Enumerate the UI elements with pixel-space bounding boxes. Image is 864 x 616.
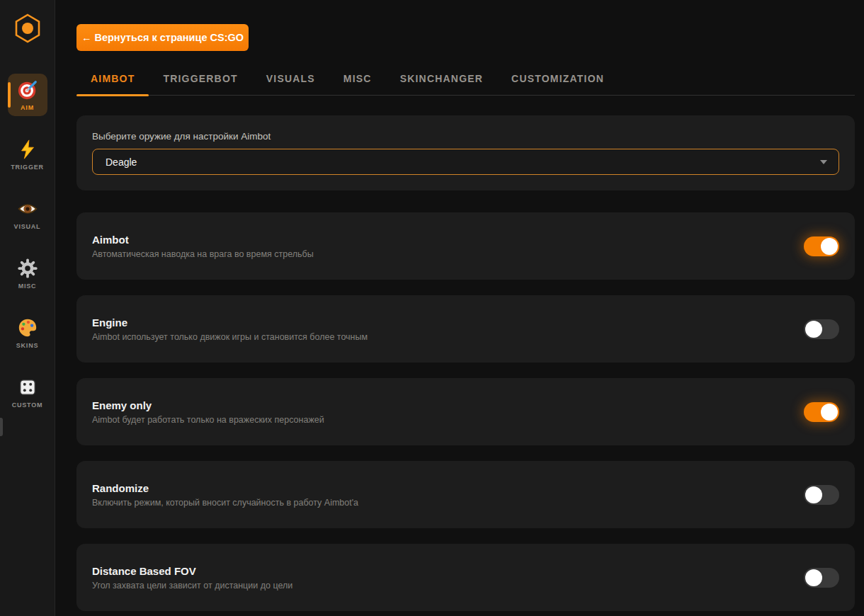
sidebar-item-label: TRIGGER xyxy=(11,164,44,171)
setting-card-aimbot: Aimbot Автоматическая наводка на врага в… xyxy=(76,212,855,280)
setting-card-engine: Engine Aimbot использует только движок и… xyxy=(76,295,855,363)
randomize-toggle[interactable] xyxy=(804,485,839,505)
toggle-knob xyxy=(805,486,822,503)
toggle-knob xyxy=(821,238,838,255)
dice-icon xyxy=(17,377,38,398)
palette-icon xyxy=(17,317,38,338)
tab-triggerbot[interactable]: TRIGGERBOT xyxy=(149,73,251,95)
setting-card-distance-based-fov: Distance Based FOV Угол захвата цели зав… xyxy=(76,544,855,611)
sidebar-item-label: CUSTOM xyxy=(12,401,43,409)
tab-customization[interactable]: CUSTOMIZATION xyxy=(497,73,618,95)
tab-skinchanger[interactable]: SKINCHANGER xyxy=(386,73,497,95)
sidebar-scrollbar-thumb[interactable] xyxy=(0,418,3,436)
weapon-select-value: Deagle xyxy=(106,156,137,168)
sidebar-item-label: SKINS xyxy=(16,342,39,349)
sidebar-item-custom[interactable]: CUSTOM xyxy=(8,371,47,413)
setting-description: Aimbot будет работать только на вражески… xyxy=(92,415,324,425)
sidebar-nav: AIM TRIGGER VISUAL xyxy=(8,74,47,413)
sidebar-item-aim[interactable]: AIM xyxy=(8,74,47,116)
weapon-select-label: Выберите оружие для настройки Aimbot xyxy=(92,131,839,142)
dartboard-icon xyxy=(17,79,38,101)
aimbot-toggle[interactable] xyxy=(804,236,839,256)
sidebar-item-label: VISUAL xyxy=(14,223,41,230)
sidebar-item-label: MISC xyxy=(18,283,37,290)
setting-text: Randomize Включить режим, который вносит… xyxy=(92,482,358,508)
toggle-knob xyxy=(805,321,822,338)
tab-visuals[interactable]: VISUALS xyxy=(252,73,329,95)
setting-description: Включить режим, который вносит случайнос… xyxy=(92,498,358,508)
distance-based-fov-toggle[interactable] xyxy=(804,568,839,588)
weapon-select-dropdown[interactable]: Deagle xyxy=(92,149,839,175)
hexagon-logo-icon xyxy=(13,13,42,44)
setting-description: Автоматическая наводка на врага во время… xyxy=(92,249,314,259)
sidebar-item-trigger[interactable]: TRIGGER xyxy=(8,133,47,176)
setting-title: Engine xyxy=(92,316,368,329)
enemy-only-toggle[interactable] xyxy=(804,402,839,422)
setting-title: Distance Based FOV xyxy=(92,565,292,577)
setting-card-randomize: Randomize Включить режим, который вносит… xyxy=(76,461,855,528)
setting-text: Engine Aimbot использует только движок и… xyxy=(92,316,368,342)
weapon-select-card: Выберите оружие для настройки Aimbot Dea… xyxy=(76,115,855,190)
main-content: ← Вернуться к странице CS:GO AIMBOT TRIG… xyxy=(56,0,864,616)
tab-misc[interactable]: MISC xyxy=(329,73,386,95)
setting-title: Enemy only xyxy=(92,399,324,411)
sidebar-item-skins[interactable]: SKINS xyxy=(8,312,47,354)
tab-aimbot[interactable]: AIMBOT xyxy=(76,73,149,95)
setting-title: Aimbot xyxy=(92,234,314,246)
sidebar: AIM TRIGGER VISUAL xyxy=(0,0,55,616)
setting-text: Distance Based FOV Угол захвата цели зав… xyxy=(92,565,292,591)
eye-icon xyxy=(17,198,38,219)
setting-text: Enemy only Aimbot будет работать только … xyxy=(92,399,324,425)
setting-title: Randomize xyxy=(92,482,358,494)
toggle-knob xyxy=(805,569,822,586)
engine-toggle[interactable] xyxy=(804,319,839,339)
sidebar-item-visual[interactable]: VISUAL xyxy=(8,193,47,235)
sidebar-item-misc[interactable]: MISC xyxy=(8,252,47,295)
setting-description: Угол захвата цели зависит от дистанции д… xyxy=(92,581,292,591)
gear-icon xyxy=(17,258,38,279)
chevron-down-icon xyxy=(820,160,827,164)
setting-card-enemy-only: Enemy only Aimbot будет работать только … xyxy=(76,378,855,445)
setting-description: Aimbot использует только движок игры и с… xyxy=(92,332,368,342)
toggle-knob xyxy=(821,404,838,421)
back-to-csgo-button[interactable]: ← Вернуться к странице CS:GO xyxy=(76,24,249,51)
app-logo[interactable] xyxy=(12,11,43,45)
tab-bar: AIMBOT TRIGGERBOT VISUALS MISC SKINCHANG… xyxy=(76,73,855,96)
lightning-icon xyxy=(17,139,38,160)
sidebar-item-label: AIM xyxy=(21,104,34,111)
setting-text: Aimbot Автоматическая наводка на врага в… xyxy=(92,234,314,259)
